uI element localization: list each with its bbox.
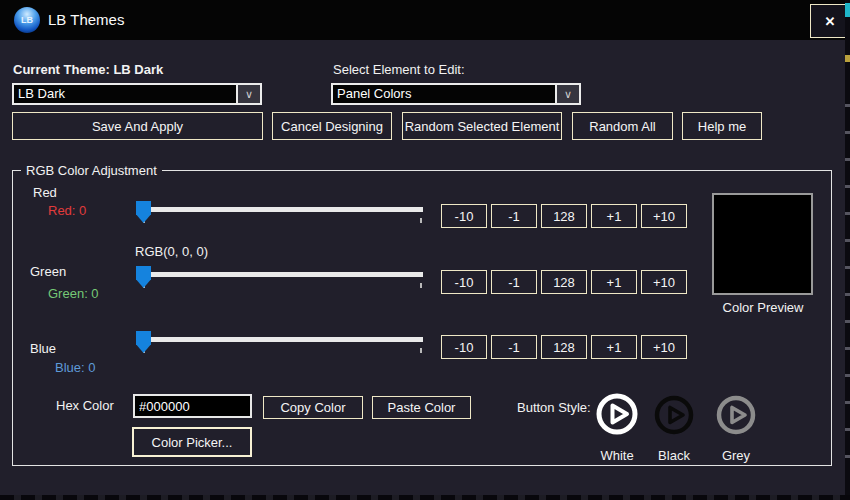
- play-triangle-icon: [613, 406, 628, 423]
- close-icon: ✕: [825, 14, 836, 29]
- current-theme-label: Current Theme: LB Dark: [13, 62, 163, 77]
- play-triangle-icon: [732, 408, 745, 423]
- green-slider[interactable]: [136, 266, 426, 294]
- chevron-down-icon[interactable]: ∨: [555, 85, 579, 103]
- green-plus-10-button[interactable]: +10: [641, 270, 687, 294]
- black-style-label: Black: [644, 448, 704, 463]
- red-channel-label: Red: [33, 185, 57, 200]
- green-plus-1-button[interactable]: +1: [591, 270, 637, 294]
- blue-slider[interactable]: [136, 331, 426, 359]
- screen-edge-artifact: [0, 495, 850, 500]
- white-style-label: White: [587, 448, 647, 463]
- play-triangle-icon: [670, 408, 683, 423]
- color-picker-button[interactable]: Color Picker...: [132, 427, 252, 457]
- green-slider-thumb[interactable]: [136, 266, 151, 288]
- rgb-value-readout: RGB(0, 0, 0): [135, 244, 208, 259]
- save-and-apply-button[interactable]: Save And Apply: [12, 112, 263, 140]
- app-logo-icon: LB: [14, 7, 40, 33]
- green-minus-1-button[interactable]: -1: [491, 270, 537, 294]
- color-preview-label: Color Preview: [690, 300, 836, 315]
- green-value-label: Green: 0: [48, 286, 99, 301]
- slider-tick: [420, 218, 422, 223]
- slider-tick: [420, 348, 422, 353]
- green-step-buttons: -10 -1 128 +1 +10: [441, 270, 687, 294]
- black-style-play-button[interactable]: [653, 394, 695, 436]
- green-minus-10-button[interactable]: -10: [441, 270, 487, 294]
- lb-themes-window: LB LB Themes ✕ Current Theme: LB Dark Se…: [0, 0, 850, 500]
- window-title: LB Themes: [48, 11, 124, 28]
- white-style-play-button[interactable]: [594, 391, 640, 437]
- element-dropdown-value: Panel Colors: [333, 85, 555, 103]
- blue-step-buttons: -10 -1 128 +1 +10: [441, 335, 687, 359]
- screen-edge-artifact: [845, 80, 850, 480]
- red-minus-10-button[interactable]: -10: [441, 204, 487, 228]
- play-circle-icon: [599, 396, 635, 432]
- select-element-label: Select Element to Edit:: [333, 62, 465, 77]
- screen-edge-artifact: [845, 55, 850, 62]
- green-slider-track[interactable]: [143, 272, 423, 277]
- play-circle-icon: [719, 398, 753, 432]
- theme-dropdown[interactable]: LB Dark ∨: [12, 83, 262, 105]
- blue-channel-label: Blue: [30, 341, 56, 356]
- blue-minus-10-button[interactable]: -10: [441, 335, 487, 359]
- theme-dropdown-value: LB Dark: [14, 85, 236, 103]
- chevron-down-icon[interactable]: ∨: [236, 85, 260, 103]
- red-step-buttons: -10 -1 128 +1 +10: [441, 204, 687, 228]
- random-all-button[interactable]: Random All: [572, 112, 673, 140]
- slider-tick: [420, 283, 422, 288]
- copy-color-button[interactable]: Copy Color: [263, 396, 363, 419]
- close-button[interactable]: ✕: [810, 4, 850, 38]
- blue-set-128-button[interactable]: 128: [541, 335, 587, 359]
- blue-value-label: Blue: 0: [55, 360, 95, 375]
- green-channel-label: Green: [30, 264, 66, 279]
- screen-edge-artifact: [845, 3, 850, 17]
- blue-minus-1-button[interactable]: -1: [491, 335, 537, 359]
- title-bar: LB LB Themes: [0, 0, 850, 40]
- color-preview-swatch: [712, 193, 813, 295]
- blue-plus-10-button[interactable]: +10: [641, 335, 687, 359]
- grey-style-play-button[interactable]: [715, 394, 757, 436]
- element-dropdown[interactable]: Panel Colors ∨: [331, 83, 581, 105]
- help-me-button[interactable]: Help me: [682, 112, 762, 140]
- button-style-label: Button Style:: [517, 400, 591, 415]
- red-set-128-button[interactable]: 128: [541, 204, 587, 228]
- green-set-128-button[interactable]: 128: [541, 270, 587, 294]
- blue-slider-track[interactable]: [143, 337, 423, 342]
- red-plus-10-button[interactable]: +10: [641, 204, 687, 228]
- blue-slider-thumb[interactable]: [136, 331, 151, 353]
- red-value-label: Red: 0: [48, 203, 86, 218]
- play-circle-icon: [657, 398, 691, 432]
- random-selected-element-button[interactable]: Random Selected Element: [402, 112, 562, 140]
- screen-edge-artifact: [845, 0, 850, 500]
- app-logo-text: LB: [21, 15, 33, 25]
- red-minus-1-button[interactable]: -1: [491, 204, 537, 228]
- red-plus-1-button[interactable]: +1: [591, 204, 637, 228]
- red-slider-thumb[interactable]: [136, 201, 151, 223]
- red-slider[interactable]: [136, 201, 426, 229]
- rgb-group-title: RGB Color Adjustment: [21, 163, 162, 178]
- red-slider-track[interactable]: [143, 207, 423, 212]
- hex-color-label: Hex Color: [56, 398, 114, 413]
- cancel-designing-button[interactable]: Cancel Designing: [272, 112, 392, 140]
- paste-color-button[interactable]: Paste Color: [372, 396, 471, 419]
- blue-plus-1-button[interactable]: +1: [591, 335, 637, 359]
- grey-style-label: Grey: [706, 448, 766, 463]
- hex-color-input[interactable]: [133, 394, 252, 418]
